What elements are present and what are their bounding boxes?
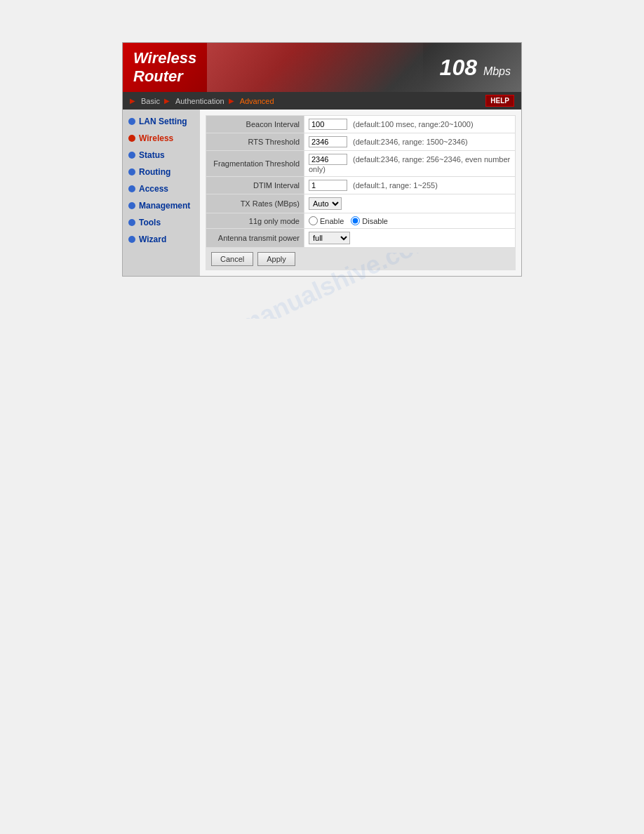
sidebar-dot-status [128,152,135,159]
sidebar-item-routing[interactable]: Routing [123,164,200,180]
antenna-power-label: Antenna transmit power [206,229,304,248]
settings-table: Beacon Interval (default:100 msec, range… [206,115,516,248]
content-area: Beacon Interval (default:100 msec, range… [200,110,521,276]
mode-11g-enable-label[interactable]: Enable [309,216,344,225]
nav-advanced[interactable]: Advanced [237,95,277,107]
tx-rates-label: TX Rates (MBps) [206,194,304,213]
tx-rates-select[interactable]: Auto 1 2 5.5 11 6 9 12 18 24 36 [309,197,342,210]
antenna-power-select[interactable]: full half quarter eighth min [309,232,350,244]
sidebar-item-lan-setting[interactable]: LAN Setting [123,113,200,130]
navbar: ▶ Basic ▶ Authentication ▶ Advanced HELP [123,92,521,110]
sidebar-label-management: Management [139,201,190,211]
nav-arrow-3: ▶ [229,97,234,105]
dtim-interval-label: DTIM Interval [206,177,304,194]
fragmentation-threshold-cell: (default:2346, range: 256~2346, even num… [304,151,516,177]
dtim-interval-hint: (default:1, range: 1~255) [353,181,438,190]
sidebar-item-wizard[interactable]: Wizard [123,231,200,248]
antenna-power-row: Antenna transmit power full half quarter… [206,229,516,248]
sidebar-label-routing: Routing [139,167,170,177]
sidebar-dot-routing [128,168,135,176]
beacon-interval-row: Beacon Interval (default:100 msec, range… [206,116,516,133]
sidebar-label-status: Status [139,150,165,160]
nav-authentication[interactable]: Authentication [173,95,227,107]
mode-11g-disable-label[interactable]: Disable [351,216,388,225]
rts-threshold-hint: (default:2346, range: 1500~2346) [353,138,468,146]
button-bar: Cancel Apply [206,248,516,270]
sidebar: LAN Setting Wireless Status Routing Acce… [123,110,200,276]
mode-11g-enable-radio[interactable] [309,216,318,225]
sidebar-dot-wizard [128,236,135,243]
brand-logo: Wireless Router [133,49,196,86]
rts-threshold-input[interactable] [309,136,347,147]
fragmentation-threshold-label: Fragmentation Threshold [206,151,304,177]
sidebar-label-tools: Tools [139,218,161,227]
mode-11g-radio-group: Enable Disable [309,216,511,225]
mode-11g-cell: Enable Disable [304,213,516,229]
speed-display: 108 Mbps [440,55,511,81]
apply-button[interactable]: Apply [257,252,295,266]
rts-threshold-cell: (default:2346, range: 1500~2346) [304,133,516,151]
sidebar-dot-wireless [128,135,135,142]
help-button[interactable]: HELP [485,95,514,107]
main-layout: LAN Setting Wireless Status Routing Acce… [123,110,521,276]
sidebar-label-access: Access [139,184,168,194]
dtim-interval-cell: (default:1, range: 1~255) [304,177,516,194]
sidebar-item-status[interactable]: Status [123,147,200,164]
beacon-interval-cell: (default:100 msec, range:20~1000) [304,116,516,133]
sidebar-dot-access [128,185,135,192]
nav-basic[interactable]: Basic [138,95,163,107]
sidebar-label-lan: LAN Setting [139,117,187,126]
sidebar-label-wizard: Wizard [139,234,166,244]
mode-11g-row: 11g only mode Enable Disable [206,213,516,229]
dtim-interval-input[interactable] [309,180,347,191]
sidebar-item-wireless[interactable]: Wireless [123,130,200,147]
mode-11g-label: 11g only mode [206,213,304,229]
mode-11g-disable-radio[interactable] [351,216,360,225]
rts-threshold-row: RTS Threshold (default:2346, range: 1500… [206,133,516,151]
beacon-interval-input[interactable] [309,119,347,130]
fragmentation-threshold-input[interactable] [309,154,347,165]
sidebar-dot-management [128,202,135,209]
cancel-button[interactable]: Cancel [211,252,253,266]
sidebar-label-wireless: Wireless [139,133,173,143]
nav-arrow-2: ▶ [164,97,170,105]
antenna-power-cell: full half quarter eighth min [304,229,516,248]
sidebar-item-access[interactable]: Access [123,180,200,197]
fragmentation-threshold-row: Fragmentation Threshold (default:2346, r… [206,151,516,177]
dtim-interval-row: DTIM Interval (default:1, range: 1~255) [206,177,516,194]
rts-threshold-label: RTS Threshold [206,133,304,151]
header: Wireless Router 108 Mbps [123,43,521,92]
tx-rates-row: TX Rates (MBps) Auto 1 2 5.5 11 6 9 12 [206,194,516,213]
sidebar-dot-lan [128,118,135,125]
sidebar-item-tools[interactable]: Tools [123,214,200,231]
beacon-interval-hint: (default:100 msec, range:20~1000) [353,120,474,128]
nav-arrow-1: ▶ [130,97,135,105]
beacon-interval-label: Beacon Interval [206,116,304,133]
sidebar-item-management[interactable]: Management [123,197,200,214]
sidebar-dot-tools [128,219,135,226]
tx-rates-cell: Auto 1 2 5.5 11 6 9 12 18 24 36 [304,194,516,213]
